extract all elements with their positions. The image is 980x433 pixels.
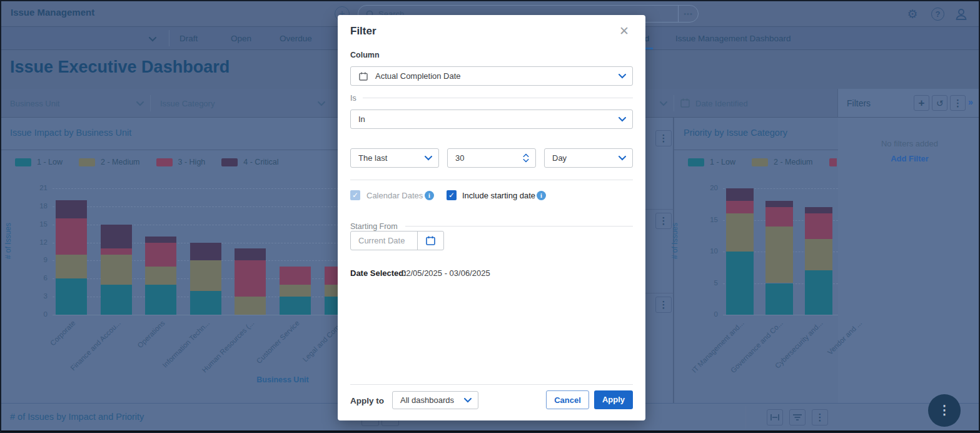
date-selected-value: 02/05/2025 - 03/06/2025 <box>402 268 490 278</box>
column-select[interactable]: Actual Completion Date <box>350 66 633 86</box>
bar-segment <box>235 297 266 315</box>
y-axis-title: # of Issues <box>4 223 13 259</box>
filters-menu-kebab-icon[interactable]: ⋮ <box>950 95 966 111</box>
calendar-icon <box>359 72 368 81</box>
calendar-picker-button[interactable] <box>417 232 443 250</box>
floating-action-button[interactable]: ⋮ <box>928 394 961 427</box>
y-tick-label: 12 <box>21 238 48 246</box>
bar-segment <box>805 213 832 238</box>
apply-to-select[interactable]: All dashboards <box>392 391 478 409</box>
page-title: Issue Executive Dashboard <box>10 58 230 77</box>
range-value-stepper[interactable] <box>447 148 536 168</box>
filter-lines-icon[interactable] <box>789 409 806 425</box>
filter-date-identified[interactable]: Date Identified <box>695 99 748 108</box>
bar-segment <box>280 285 311 297</box>
cancel-button[interactable]: Cancel <box>546 390 589 409</box>
stepper-arrows[interactable] <box>523 153 529 163</box>
help-icon[interactable]: ? <box>931 8 944 21</box>
bar-segment <box>190 243 221 261</box>
app-menu-dropdown[interactable]: Issue Management <box>11 7 94 18</box>
panel-title: # of Issues by Impact and Priority <box>10 412 144 422</box>
range-unit-select[interactable]: Day <box>544 148 633 168</box>
bar-segment <box>765 201 793 207</box>
x-category-label: Finance and Accou... <box>69 319 121 372</box>
chevron-down-icon[interactable] <box>318 101 325 106</box>
bar-segment <box>765 227 793 283</box>
x-axis-line <box>723 315 838 315</box>
operator-select[interactable]: In <box>350 110 633 129</box>
range-value-input[interactable] <box>448 153 523 163</box>
chevron-down-icon <box>425 156 432 161</box>
filter-dialog: Filter ✕ Column Actual Completion Date I… <box>338 15 645 420</box>
starting-from-label: Starting From <box>350 222 398 231</box>
y-tick-label: 15 <box>692 216 718 223</box>
bar-segment <box>726 201 754 213</box>
x-category-label: Customer Service <box>255 319 300 365</box>
profile-icon[interactable] <box>954 8 968 21</box>
date-selected-label: Date Selected: <box>350 268 407 278</box>
column-value: Actual Completion Date <box>368 71 619 81</box>
chevron-up-icon[interactable] <box>523 153 529 157</box>
tab-overdue[interactable]: Overdue <box>280 34 312 43</box>
gridline <box>53 188 383 189</box>
divider <box>674 95 674 111</box>
tab-draft[interactable]: Draft <box>179 34 198 43</box>
panel-menu-kebab-icon[interactable]: ⋮ <box>655 130 672 146</box>
tab-open[interactable]: Open <box>231 34 251 43</box>
divider <box>350 180 633 180</box>
stacked-bar-chart: 05101520IT Management and...Governance a… <box>674 118 838 403</box>
x-category-label: Operations <box>136 319 166 349</box>
bar-segment <box>101 285 132 315</box>
range-qualifier-select[interactable]: The last <box>350 148 439 168</box>
chevron-down-icon[interactable] <box>660 101 667 106</box>
x-category-label: Information Techn... <box>161 319 211 369</box>
calendar-icon <box>680 98 690 108</box>
taskbar-strip <box>1 430 979 433</box>
chevron-down-icon[interactable] <box>523 159 529 163</box>
divider <box>350 384 633 385</box>
bar-segment <box>765 207 793 226</box>
info-icon[interactable]: i <box>425 191 434 200</box>
close-icon[interactable]: ✕ <box>617 24 632 39</box>
range-qualifier-value: The last <box>351 153 425 163</box>
chevron-down-icon <box>464 398 472 403</box>
starting-from-date-field[interactable] <box>350 231 444 250</box>
chevron-down-icon <box>619 74 626 79</box>
y-tick-label: 3 <box>21 292 48 300</box>
panel-menu-kebab-icon[interactable]: ⋮ <box>655 213 672 229</box>
bar-segment <box>101 255 132 285</box>
gridline <box>53 206 383 207</box>
fit-width-icon[interactable] <box>767 409 783 425</box>
info-icon[interactable]: i <box>537 191 546 200</box>
divider <box>150 95 151 111</box>
bar-segment <box>145 267 176 285</box>
bar-segment <box>101 225 132 248</box>
y-tick-label: 0 <box>692 310 718 318</box>
chevron-down-icon[interactable] <box>136 101 144 106</box>
collapse-panel-icon[interactable]: » <box>968 97 973 107</box>
divider <box>169 30 169 46</box>
include-starting-date-label: Include starting date <box>462 191 535 200</box>
bar-segment <box>726 252 754 315</box>
bar-segment <box>280 267 311 285</box>
apply-button[interactable]: Apply <box>594 390 633 409</box>
starting-from-input[interactable] <box>351 236 417 245</box>
apply-to-value: All dashboards <box>393 395 464 405</box>
x-category-label: Corporate <box>49 319 77 347</box>
filter-issue-category[interactable]: Issue Category <box>160 99 215 108</box>
panel-menu-kebab-icon[interactable]: ⋮ <box>812 409 828 425</box>
no-filters-text: No filters added <box>838 139 980 148</box>
add-filter-plus-icon[interactable]: + <box>914 95 929 111</box>
filter-business-unit[interactable]: Business Unit <box>10 99 59 108</box>
reset-filters-icon[interactable]: ↺ <box>932 95 947 111</box>
include-starting-date-checkbox[interactable]: ✓ <box>447 190 457 200</box>
add-filter-link[interactable]: Add Filter <box>838 154 980 163</box>
settings-gear-icon[interactable]: ⚙ <box>906 8 919 21</box>
tab-issue-management-dashboard[interactable]: Issue Management Dashboard <box>675 34 791 43</box>
search-more-button[interactable]: ••• <box>678 6 698 22</box>
calendar-dates-label: Calendar Dates <box>366 191 423 200</box>
x-axis-line <box>53 315 383 315</box>
panel-menu-kebab-icon[interactable]: ⋮ <box>655 297 672 313</box>
divider <box>405 226 633 227</box>
bar-segment <box>805 270 832 315</box>
